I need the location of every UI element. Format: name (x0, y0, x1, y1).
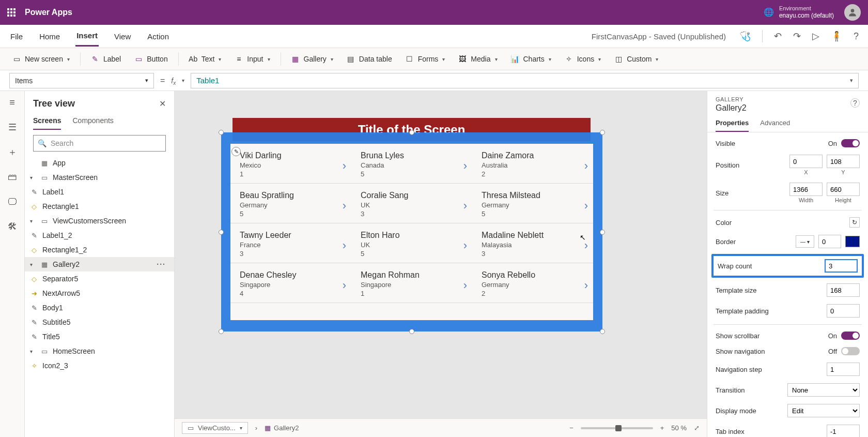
menu-file[interactable]: File (9, 27, 24, 46)
template-padding-input[interactable] (827, 304, 860, 318)
media-menu[interactable]: 🖼Media▾ (455, 53, 500, 65)
height-input[interactable] (827, 183, 860, 196)
play-icon[interactable]: ▷ (812, 31, 819, 42)
next-arrow-icon[interactable]: › (343, 199, 346, 213)
tree-node-subtitle5[interactable]: ✎Subtitle5 (25, 315, 174, 329)
gallery-item[interactable]: Megan RohmanSingapore1› (351, 263, 472, 303)
tree-node-nextarrow5[interactable]: ➜NextArrow5 (25, 286, 174, 300)
zoom-out-icon[interactable]: − (569, 424, 574, 432)
menu-insert[interactable]: Insert (75, 26, 99, 47)
next-arrow-icon[interactable]: › (463, 199, 467, 213)
user-avatar[interactable] (844, 4, 861, 21)
help-icon[interactable]: ? (850, 98, 860, 108)
redo-icon[interactable]: ↷ (793, 31, 801, 42)
media-rail-icon[interactable]: 🖵 (5, 194, 20, 209)
tree-node-label1[interactable]: ✎Label1 (25, 185, 174, 199)
share-icon[interactable]: 🧍 (831, 31, 842, 42)
transition-select[interactable]: None (787, 383, 860, 397)
display-mode-select[interactable]: Edit (787, 404, 860, 417)
app-launcher-icon[interactable] (7, 8, 16, 17)
tree-node-viewcustomers[interactable]: ▾▭ViewCustomersScreen (25, 214, 174, 228)
border-color-swatch[interactable] (845, 236, 860, 247)
forms-menu[interactable]: ☐Forms▾ (402, 53, 448, 65)
visible-toggle[interactable] (841, 139, 860, 147)
fx-icon[interactable]: fx (171, 77, 176, 85)
navigation-step-input[interactable] (827, 363, 860, 376)
menu-home[interactable]: Home (38, 27, 61, 46)
position-x-input[interactable] (789, 155, 823, 168)
more-icon[interactable]: ··· (157, 260, 169, 268)
input-menu[interactable]: ≡Input▾ (231, 53, 273, 65)
show-scrollbar-toggle[interactable] (841, 331, 860, 340)
resize-handle[interactable] (219, 329, 224, 334)
resize-handle[interactable] (600, 230, 605, 235)
button-button[interactable]: ▭Button (131, 53, 171, 65)
tab-properties[interactable]: Properties (716, 115, 749, 132)
chevron-down-icon[interactable]: ▾ (182, 78, 184, 83)
label-button[interactable]: ✎Label (88, 53, 124, 65)
tab-screens[interactable]: Screens (33, 112, 61, 130)
chevron-down-icon[interactable]: ▾ (30, 175, 36, 180)
border-style-picker[interactable]: — ▾ (796, 235, 814, 248)
resize-handle[interactable] (219, 130, 224, 135)
gallery-item[interactable]: Denae ChesleySingapore4› (230, 263, 351, 303)
tree-node-rectangle1[interactable]: ◇Rectangle1 (25, 199, 174, 214)
gallery-item[interactable]: Daine ZamoraAustralia2› (472, 144, 593, 184)
chevron-down-icon[interactable]: ▾ (30, 349, 36, 354)
environment-picker[interactable]: 🌐 Environment enayu.com (default) (764, 5, 834, 20)
gallery-item[interactable]: Thresa MilsteadGermany5› (472, 184, 593, 223)
zoom-in-icon[interactable]: + (660, 424, 664, 432)
add-icon[interactable]: ＋ (5, 145, 20, 159)
edit-template-icon[interactable]: ✎ (231, 147, 241, 156)
width-input[interactable] (789, 183, 823, 196)
breadcrumb-selection[interactable]: Gallery2 (274, 424, 299, 432)
gallery-menu[interactable]: ▦Gallery▾ (288, 53, 336, 65)
resize-handle[interactable] (409, 329, 414, 334)
gallery-selection[interactable]: Viki DarlingMexico1›✎Bruna LylesCanada5›… (221, 132, 602, 331)
gallery-item[interactable]: Tawny LeederFrance3› (230, 223, 351, 263)
show-navigation-toggle[interactable] (841, 347, 860, 355)
position-y-input[interactable] (827, 155, 860, 168)
tree-node-separator5[interactable]: ◇Separator5 (25, 272, 174, 286)
tree-node-icon2-3[interactable]: ✧Icon2_3 (25, 358, 174, 373)
tab-index-input[interactable] (827, 425, 860, 437)
menu-view[interactable]: View (113, 27, 132, 46)
next-arrow-icon[interactable]: › (584, 199, 588, 213)
gallery-item[interactable]: Bruna LylesCanada5› (351, 144, 472, 184)
chevron-down-icon[interactable]: ▾ (30, 262, 36, 267)
resize-handle[interactable] (409, 130, 414, 135)
border-width-input[interactable] (818, 235, 841, 248)
next-arrow-icon[interactable]: › (343, 239, 346, 252)
data-icon[interactable]: 🗃 (5, 170, 20, 184)
zoom-slider[interactable] (581, 427, 653, 429)
resize-handle[interactable] (600, 130, 605, 135)
gallery2-control[interactable]: Viki DarlingMexico1›✎Bruna LylesCanada5›… (230, 144, 593, 320)
gallery-item[interactable]: Madaline NeblettMalayasia3› (472, 223, 593, 263)
help-icon[interactable]: ? (854, 31, 859, 42)
resize-handle[interactable] (600, 329, 605, 334)
icons-menu[interactable]: ✧Icons▾ (562, 53, 604, 65)
color-picker[interactable]: ↻ (849, 217, 860, 228)
property-selector[interactable]: Items ▾ (9, 73, 154, 88)
charts-menu[interactable]: 📊Charts▾ (508, 53, 554, 65)
next-arrow-icon[interactable]: › (343, 159, 346, 173)
gallery-item[interactable]: Beau SpratlingGermany5› (230, 184, 351, 223)
search-input[interactable]: 🔍 Search (33, 135, 166, 152)
chevron-down-icon[interactable]: ▾ (30, 218, 36, 224)
next-arrow-icon[interactable]: › (463, 159, 467, 173)
next-arrow-icon[interactable]: › (343, 279, 346, 292)
next-arrow-icon[interactable]: › (584, 159, 588, 173)
tree-node-app[interactable]: ▦App (25, 156, 174, 170)
gallery-item[interactable]: Viki DarlingMexico1›✎ (230, 144, 351, 184)
text-menu[interactable]: AbText▾ (186, 53, 225, 65)
chevron-down-icon[interactable]: ▾ (850, 77, 853, 84)
next-arrow-icon[interactable]: › (463, 279, 467, 292)
tab-advanced[interactable]: Advanced (760, 115, 790, 132)
hamburger-icon[interactable]: ≡ (5, 95, 20, 110)
formula-input[interactable]: Table1 ▾ (191, 73, 859, 88)
app-checker-icon[interactable]: 🩺 (739, 31, 751, 42)
gallery-item[interactable]: Coralie SangUK3› (351, 184, 472, 223)
gallery-item[interactable]: Sonya RebelloGermany2› (472, 263, 593, 303)
gallery-item[interactable]: Elton HaroUK5› (351, 223, 472, 263)
next-arrow-icon[interactable]: › (584, 279, 588, 292)
